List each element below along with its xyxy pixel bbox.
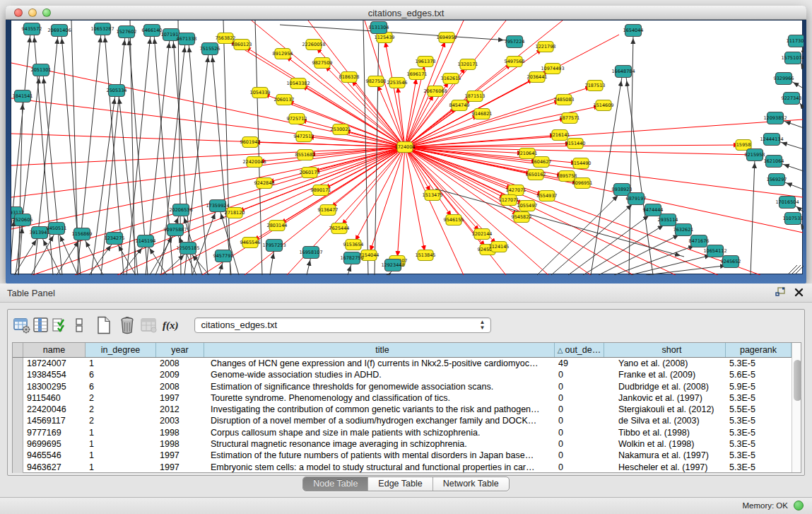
graph-node[interactable]: 16958107 <box>299 247 322 259</box>
table-settings-icon[interactable] <box>12 315 31 335</box>
graph-node[interactable]: 12923448 <box>381 259 404 271</box>
graph-node[interactable]: 9545822 <box>512 212 532 223</box>
graph-node[interactable]: 7957224 <box>505 36 525 48</box>
graph-node[interactable]: 9890171 <box>311 185 331 196</box>
graph-node[interactable]: 1871513 <box>465 91 486 102</box>
graph-node[interactable]: 17957253 <box>262 240 286 252</box>
graph-node[interactable]: 22420046 <box>242 157 266 168</box>
graph-node[interactable]: 1427071 <box>506 185 526 196</box>
graph-node[interactable]: 8471676 <box>689 235 710 247</box>
column-header-outde[interactable]: △out_de… <box>555 343 604 357</box>
graph-node[interactable]: 15751074 <box>781 52 804 64</box>
graph-node[interactable]: 9329966 <box>774 73 794 85</box>
graph-node[interactable]: 1694950 <box>437 33 457 43</box>
graph-node[interactable]: 9245652 <box>721 256 741 268</box>
graph-node[interactable]: 7485083 <box>554 95 575 105</box>
graph-node[interactable]: 1156869 <box>72 228 93 240</box>
graph-node[interactable]: 1202144 <box>472 229 493 240</box>
graph-node[interactable]: 1154490 <box>571 158 592 169</box>
graph-node[interactable]: 1320171 <box>458 59 478 70</box>
graph-node[interactable]: 1841541 <box>13 90 33 103</box>
graph-node[interactable]: 1127071 <box>499 195 519 206</box>
graph-node[interactable]: 2505334 <box>107 85 127 97</box>
new-file-icon[interactable] <box>94 315 113 335</box>
table-row[interactable]: 911546021997Tourette syndrome. Phenomeno… <box>13 392 792 404</box>
table-row[interactable]: 1872400712008Changes of HCN gene express… <box>13 358 792 369</box>
graph-node[interactable]: 16648784 <box>611 66 635 78</box>
table-row[interactable]: 2242004622012Investigating the contribut… <box>13 404 792 415</box>
graph-node[interactable]: 1654044 <box>623 25 644 37</box>
graph-node[interactable]: 9146821 <box>472 109 493 119</box>
table-selector-dropdown[interactable]: citations_edges.txt ▲▼ <box>194 317 491 333</box>
graph-node[interactable]: 1054339 <box>250 88 271 98</box>
graph-node[interactable]: 1221798 <box>536 42 556 52</box>
graph-node[interactable]: 17016504 <box>775 197 799 209</box>
graph-node[interactable]: 1696171 <box>407 69 428 80</box>
graph-node[interactable]: 22260058 <box>302 40 325 50</box>
graph-node[interactable]: 90975887 <box>163 224 187 236</box>
graph-node[interactable]: 1514609 <box>594 100 614 111</box>
close-panel-icon[interactable] <box>794 287 804 300</box>
graph-node[interactable]: 9827508 <box>366 76 387 87</box>
graph-node[interactable]: 9601942 <box>240 137 261 148</box>
graph-node[interactable]: 2060137 <box>274 95 295 105</box>
graph-node[interactable]: 8912954 <box>273 49 293 59</box>
graph-node[interactable]: 1527602 <box>117 26 137 38</box>
graph-node[interactable]: 3162615 <box>441 74 461 84</box>
graph-node[interactable]: 8096951 <box>572 178 593 189</box>
graph-node[interactable]: 9827509 <box>312 58 333 69</box>
graph-node[interactable]: 8554937 <box>537 191 558 201</box>
graph-node[interactable]: 1569297 <box>767 174 787 186</box>
graph-node[interactable]: 12093852 <box>763 112 787 124</box>
graph-node[interactable]: 20206536 <box>169 204 192 216</box>
graph-node[interactable]: 2060173 <box>300 168 320 178</box>
window-titlebar[interactable]: citations_edges.txt <box>6 6 806 20</box>
graph-node[interactable]: 7187513 <box>585 81 606 91</box>
graph-node[interactable]: 9546155 <box>444 215 464 226</box>
table-row[interactable]: 1830029562008Estimation of significance … <box>13 381 792 392</box>
graph-node[interactable]: 10654112 <box>703 245 726 257</box>
graph-node[interactable]: 9465546 <box>240 238 261 248</box>
graph-node[interactable]: 9474444 <box>643 204 664 216</box>
graph-node[interactable]: 1621064 <box>764 156 784 168</box>
graph-node[interactable]: 4671338 <box>177 33 197 45</box>
graph-node[interactable]: 2520605 <box>13 214 33 226</box>
table-row[interactable]: 1456911722003Disruption of a novel membe… <box>13 415 792 426</box>
column-header-indegree[interactable]: in_degree <box>86 343 156 357</box>
column-header-name[interactable]: name <box>23 343 86 357</box>
column-header-pagerank[interactable]: pagerank <box>726 343 792 357</box>
graph-node[interactable]: 2718120 <box>225 208 245 218</box>
graph-node[interactable]: 7515526 <box>200 43 220 55</box>
column-header-year[interactable]: year <box>156 343 204 357</box>
graph-node[interactable]: 2935114 <box>658 214 678 226</box>
delete-trash-icon[interactable] <box>117 315 136 335</box>
graph-node[interactable]: 20691406 <box>47 25 71 37</box>
graph-node[interactable]: 5497568 <box>505 57 525 67</box>
row-height-icon[interactable] <box>69 315 88 335</box>
function-builder-icon[interactable]: f(x) <box>163 320 179 332</box>
graph-node[interactable]: 12444134 <box>760 134 783 146</box>
graph-node[interactable]: 1234275 <box>105 233 125 245</box>
tab-node-table[interactable]: Node Table <box>303 477 368 491</box>
graph-node[interactable]: 8450511 <box>47 223 67 235</box>
graph-node[interactable]: 2803144 <box>267 221 288 231</box>
graph-node[interactable]: 16782759 <box>340 252 363 264</box>
graph-node[interactable]: 12505185 <box>176 243 199 255</box>
graph-node[interactable]: 1124145 <box>489 242 510 252</box>
graph-node[interactable]: 9457791 <box>213 250 234 262</box>
graph-node[interactable]: 8186328 <box>339 72 360 83</box>
table-columns-icon[interactable] <box>31 315 50 335</box>
graph-hub-node[interactable]: 1724004 <box>395 142 416 153</box>
graph-node[interactable]: 1107533 <box>783 213 804 225</box>
graph-node[interactable]: 8215958 <box>745 149 765 161</box>
table-row[interactable]: 946554611997Estimation of the future num… <box>13 450 792 461</box>
tab-network-table[interactable]: Network Table <box>433 477 509 491</box>
vertical-scrollbar[interactable] <box>792 343 801 472</box>
column-header-title[interactable]: title <box>204 343 555 357</box>
graph-node[interactable]: 8551682 <box>295 150 316 160</box>
graph-node[interactable]: 1513475 <box>423 190 443 201</box>
graph-node[interactable]: 1513845 <box>416 250 436 261</box>
table-row[interactable]: 977716911998Corpus callosum shape and si… <box>13 427 792 438</box>
graph-node[interactable]: 1877571 <box>560 113 580 124</box>
graph-node[interactable]: 1117304 <box>787 35 804 47</box>
